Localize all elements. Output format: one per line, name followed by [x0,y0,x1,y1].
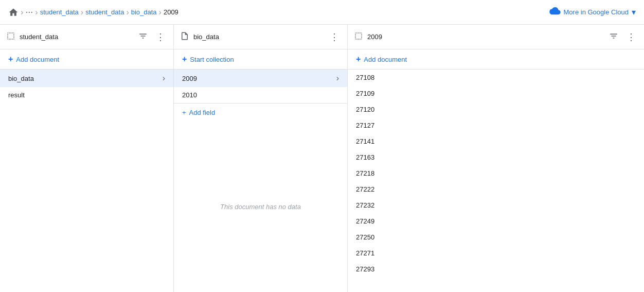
bio-data-panel-header: bio_data ⋮ [174,25,347,49]
year-item-label: 27222 [356,185,636,193]
breadcrumb-2009: 2009 [164,8,178,16]
plus-icon: + [8,55,13,64]
year-item-label: 27249 [356,217,636,225]
year-2009-title: 2009 [367,33,603,41]
breadcrumb-sep-1: › [35,8,38,17]
year-item-label: 27218 [356,169,636,177]
collection-icon [6,31,15,42]
year-item-label: 27250 [356,233,636,241]
bio-data-panel: bio_data ⋮ + Start collection 2009 › 201… [174,25,348,292]
year-2009-panel-body: + Add document 2710827109271202712727141… [348,49,644,292]
year-item-label: 27163 [356,153,636,161]
breadcrumb-student-data[interactable]: student_data [85,8,124,16]
year-items-list: 2710827109271202712727141271632721827222… [348,70,644,277]
breadcrumb: › ··· › student_data › student_data › bi… [8,7,178,18]
student-data-panel: student_data ⋮ + Add document bio_data ›… [0,25,174,292]
start-collection-button[interactable]: + Start collection [174,49,347,70]
bio-data-menu-button[interactable]: ⋮ [328,29,341,45]
list-item-2010[interactable]: 2010 [174,87,347,103]
collection-icon-2009 [354,31,363,42]
student-data-panel-body: + Add document bio_data › result [0,49,173,292]
list-item[interactable]: 27127 [348,117,644,133]
list-item[interactable]: 27271 [348,245,644,261]
topbar: › ··· › student_data › student_data › bi… [0,0,644,25]
student-data-title: student_data [20,33,132,41]
add-field-plus-icon: + [182,109,186,116]
year-item-label: 27108 [356,74,636,81]
list-item-result[interactable]: result [0,87,173,103]
bio-data-body-wrapper: + Start collection 2009 › 2010 + Add fie… [174,49,347,292]
year-item-label: 27120 [356,106,636,113]
breadcrumb-sep-3: › [126,8,129,17]
year-item-label: 27109 [356,90,636,97]
chevron-right-icon: › [163,74,165,83]
list-item[interactable]: 27108 [348,70,644,85]
list-item[interactable]: 27249 [348,213,644,229]
list-item-bio-data[interactable]: bio_data › [0,70,173,87]
filter-icon[interactable] [136,29,150,45]
start-collection-label: Start collection [190,56,234,63]
year-2009-panel: 2009 ⋮ + Add document 271082710927120271… [348,25,644,292]
add-document-button-student[interactable]: + Add document [0,49,173,70]
student-data-menu-button[interactable]: ⋮ [154,29,167,45]
more-cloud-label: More in Google Cloud [564,8,629,16]
year-2009-menu-button[interactable]: ⋮ [624,29,638,45]
bio-data-panel-body: + Start collection 2009 › 2010 + Add fie… [174,49,347,292]
list-item[interactable]: 27232 [348,197,644,213]
filter-icon-2009[interactable] [607,29,620,45]
chevron-right-2009-icon: › [336,74,339,83]
list-item[interactable]: 27141 [348,133,644,149]
year-item-label: 27141 [356,138,636,145]
bio-data-title: bio_data [193,33,324,41]
list-item[interactable]: 27293 [348,261,644,277]
more-in-google-cloud-button[interactable]: More in Google Cloud ▾ [549,7,636,17]
year-item-label: 27127 [356,122,636,129]
add-document-label-2009: Add document [364,56,407,63]
bio-data-list: + Start collection 2009 › 2010 [174,49,347,103]
list-item[interactable]: 27109 [348,85,644,101]
year-2009-label: 2009 [182,75,336,82]
list-item[interactable]: 27120 [348,101,644,117]
main-content: student_data ⋮ + Add document bio_data ›… [0,25,644,292]
list-item-2009[interactable]: 2009 › [174,70,347,87]
list-item[interactable]: 27250 [348,229,644,245]
breadcrumb-17265[interactable]: student_data [40,8,79,16]
year-item-label: 27293 [356,265,636,273]
start-collection-plus-icon: + [182,55,187,64]
student-data-panel-header: student_data ⋮ [0,25,173,49]
year-2009-panel-header: 2009 ⋮ [348,25,644,49]
chevron-down-icon: ▾ [632,7,636,17]
list-item[interactable]: 27163 [348,149,644,165]
no-data-message: This document has no data [174,122,347,292]
bio-data-label: bio_data [8,75,163,82]
result-label: result [8,91,165,99]
breadcrumb-sep-2: › [81,8,83,17]
add-field-button[interactable]: + Add field [174,103,347,122]
document-icon [180,31,189,42]
year-2010-label: 2010 [182,91,339,99]
list-item[interactable]: 27222 [348,181,644,197]
year-item-label: 27232 [356,201,636,209]
home-icon[interactable] [8,7,19,18]
list-item[interactable]: 27218 [348,165,644,181]
breadcrumb-sep-0: › [21,8,23,17]
add-document-button-2009[interactable]: + Add document [348,49,644,70]
add-field-label: Add field [189,109,216,116]
add-doc-2009-plus-icon: + [356,55,361,64]
cloud-icon [549,7,561,17]
year-item-label: 27271 [356,249,636,257]
breadcrumb-dots[interactable]: ··· [25,7,33,18]
breadcrumb-sep-4: › [159,8,162,17]
add-document-label-student: Add document [16,56,59,63]
breadcrumb-bio-data[interactable]: bio_data [131,8,157,16]
